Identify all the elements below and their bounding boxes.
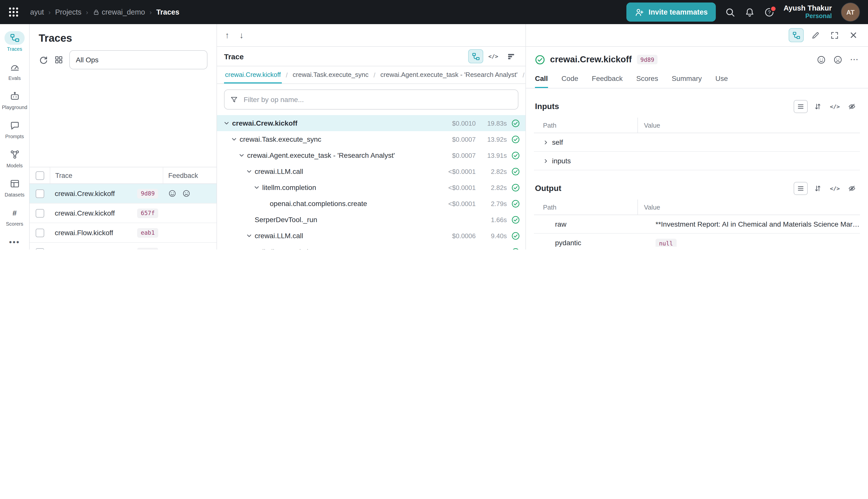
feedback-smile-icon[interactable] (168, 190, 176, 197)
feedback-frown-icon[interactable] (182, 190, 190, 197)
refresh-icon[interactable] (39, 55, 48, 64)
trace-tree-row[interactable]: crewai.Agent.execute_task - 'Research An… (217, 147, 525, 163)
overflow-menu-icon[interactable]: ⋯ (850, 55, 859, 64)
call-cost: $0.0006 (433, 232, 476, 240)
row-checkbox[interactable] (35, 189, 44, 198)
chevron-right-icon[interactable] (543, 158, 548, 163)
breadcrumb-projects[interactable]: Projects (55, 8, 82, 16)
property-row[interactable]: raw**Investment Report: AI in Chemical a… (534, 215, 860, 234)
expand-rows-icon[interactable] (811, 182, 825, 195)
invite-teammates-button[interactable]: Invite teammates (627, 2, 716, 22)
call-path-tab[interactable]: crewai.Crew.kickoff (224, 66, 282, 83)
chevron-down-icon[interactable] (224, 120, 232, 126)
help-icon[interactable]: ? (764, 7, 774, 17)
list-view-icon[interactable] (794, 100, 808, 113)
output-heading: Output (535, 184, 561, 193)
call-path-tab[interactable]: crewai.Agent.execute_task - 'Research An… (380, 66, 519, 83)
trace-list-row[interactable]: crewai.Crew.kickoff9d89 (30, 184, 216, 204)
column-settings-icon[interactable] (54, 55, 63, 64)
sidebar-item-scorers[interactable]: #Scorers (1, 204, 28, 230)
tree-view-icon[interactable] (468, 49, 483, 63)
flame-graph-icon[interactable] (503, 49, 518, 63)
list-view-icon[interactable] (794, 182, 808, 195)
trace-tree-row[interactable]: openai.chat.completions.create<$0.00012.… (217, 195, 525, 211)
trace-tree-row[interactable]: crewai.LLM.call$0.00069.40s (217, 228, 525, 244)
column-header-trace[interactable]: Trace (50, 167, 163, 183)
property-path: inputs (552, 157, 571, 165)
search-icon[interactable] (725, 7, 735, 17)
trace-name[interactable]: crewai.Flow.kickoff (55, 248, 113, 250)
trace-tree-row[interactable]: crewai.LLM.call<$0.00012.82s (217, 163, 525, 179)
breadcrumb-entity[interactable]: ayut (30, 8, 44, 16)
code-view-icon[interactable]: </> (486, 49, 501, 63)
next-call-icon[interactable]: ↓ (239, 31, 244, 39)
sidebar-item-models[interactable]: Models (1, 146, 28, 171)
call-id-badge[interactable]: 9d89 (637, 55, 658, 64)
expand-rows-icon[interactable] (811, 100, 825, 113)
trace-name[interactable]: crewai.Crew.kickoff (55, 190, 115, 197)
sidebar-item-traces[interactable]: Traces (1, 29, 28, 55)
chevron-right-icon[interactable] (543, 139, 548, 145)
trace-tree-row[interactable]: litellm.completion<$0.00012.82s (217, 179, 525, 195)
wandb-logo[interactable] (8, 7, 19, 17)
trace-tree-row[interactable]: crewai.Task.execute_sync$0.000713.92s (217, 131, 525, 147)
sidebar-item-more[interactable]: •••More (1, 233, 28, 250)
tab-call[interactable]: Call (535, 69, 548, 88)
edit-icon[interactable] (808, 28, 823, 42)
chevron-down-icon[interactable] (231, 136, 239, 142)
sidebar-item-datasets[interactable]: Datasets (1, 175, 28, 200)
lock-icon (93, 9, 99, 15)
tab-feedback[interactable]: Feedback (592, 69, 623, 88)
select-all-checkbox[interactable] (35, 171, 44, 180)
chevron-down-icon[interactable] (246, 233, 255, 239)
property-row[interactable]: self (534, 133, 860, 152)
trace-tree-row[interactable]: litellm.completion$0.00069.40s (217, 244, 525, 250)
tree-view-icon[interactable] (789, 28, 804, 42)
user-menu[interactable]: Ayush Thakur Personal (784, 3, 832, 21)
row-checkbox[interactable] (35, 209, 44, 217)
trace-tree-row[interactable]: SerperDevTool._run1.66s (217, 211, 525, 228)
trace-name[interactable]: crewai.Flow.kickoff (55, 229, 113, 237)
tab-code[interactable]: Code (561, 69, 578, 88)
sidebar-item-prompts[interactable]: Prompts (1, 117, 28, 142)
code-view-icon[interactable]: </> (828, 100, 842, 113)
code-view-icon[interactable]: </> (828, 182, 842, 195)
tab-summary[interactable]: Summary (672, 69, 702, 88)
hide-values-icon[interactable] (845, 100, 859, 113)
trace-name[interactable]: crewai.Crew.kickoff (55, 209, 115, 217)
feedback-frown-icon[interactable] (833, 55, 842, 64)
chevron-down-icon[interactable] (246, 168, 255, 174)
tab-scores[interactable]: Scores (636, 69, 658, 88)
sidebar-item-label: Scorers (6, 221, 23, 227)
call-path-tab[interactable]: crewai.Task.execute_sync (292, 66, 370, 83)
op-filter-box[interactable] (224, 89, 518, 110)
trace-list-row[interactable]: crewai.Flow.kickoffeab1 (30, 223, 216, 243)
previous-call-icon[interactable]: ↑ (225, 31, 229, 39)
trace-list-row[interactable]: crewai.Crew.kickoff657f (30, 204, 216, 223)
sidebar-item-evals[interactable]: Evals (1, 58, 28, 84)
chevron-down-icon[interactable] (254, 184, 262, 191)
trace-tree: crewai.Crew.kickoff$0.001019.83screwai.T… (217, 114, 525, 250)
hide-values-icon[interactable] (845, 182, 859, 195)
feedback-smile-icon[interactable] (817, 55, 826, 64)
close-icon[interactable] (846, 28, 861, 42)
ops-filter-select[interactable]: All Ops (69, 50, 208, 69)
breadcrumb-project[interactable]: crewai_demo (93, 8, 145, 16)
op-filter-input[interactable] (243, 95, 512, 104)
row-checkbox[interactable] (35, 228, 44, 237)
bell-icon[interactable] (744, 7, 755, 17)
row-checkbox[interactable] (35, 248, 44, 250)
property-row[interactable]: inputs (534, 152, 860, 170)
ops-filter-value: All Ops (76, 56, 98, 64)
property-row[interactable]: pydanticnull (534, 234, 860, 250)
op-name: crewai.Agent.execute_task - 'Research An… (247, 151, 395, 159)
fullscreen-icon[interactable] (827, 28, 842, 42)
trace-tree-row[interactable]: crewai.Crew.kickoff$0.001019.83s (217, 115, 525, 131)
sidebar-item-playground[interactable]: Playground (1, 87, 28, 113)
chevron-down-icon[interactable] (254, 249, 262, 250)
trace-list-row[interactable]: crewai.Flow.kickoffc59f (30, 243, 216, 250)
tab-use[interactable]: Use (715, 69, 728, 88)
chevron-down-icon[interactable] (239, 152, 247, 158)
avatar[interactable]: AT (841, 2, 860, 22)
column-header-feedback[interactable]: Feedback (163, 167, 216, 183)
